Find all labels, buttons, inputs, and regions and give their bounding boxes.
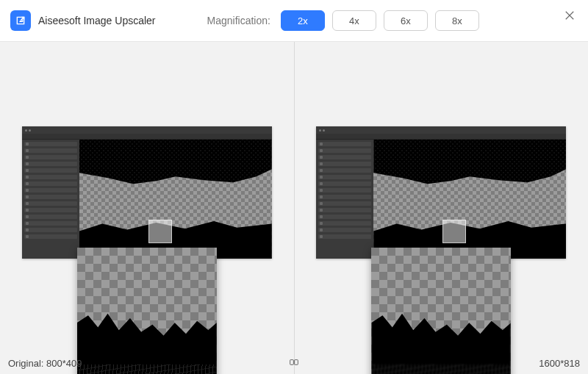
original-panel: [0, 42, 294, 374]
crop-selection-box[interactable]: [149, 220, 171, 242]
app-logo: [10, 10, 31, 31]
upscaled-dimensions-label: 1600*818: [534, 356, 584, 370]
comparison-area: Original: 800*409 1600*818: [0, 41, 588, 374]
original-dimensions-label: Original: 800*409: [4, 356, 86, 370]
magnification-label: Magnification:: [207, 15, 270, 26]
magnification-8x-button[interactable]: 8x: [435, 10, 479, 31]
magnification-4x-button[interactable]: 4x: [332, 10, 376, 31]
upscale-logo-icon: [15, 15, 26, 26]
close-icon: [563, 9, 576, 22]
header-bar: Aiseesoft Image Upscaler Magnification: …: [0, 0, 588, 41]
upscaled-thumbnail[interactable]: [316, 126, 566, 259]
app-title: Aiseesoft Image Upscaler: [38, 15, 156, 26]
close-button[interactable]: [559, 4, 581, 26]
link-panels-icon: [288, 356, 300, 368]
original-thumbnail[interactable]: [22, 126, 272, 259]
original-zoom-preview[interactable]: [77, 248, 217, 374]
crop-selection-box[interactable]: [443, 220, 465, 242]
svg-rect-1: [295, 360, 298, 365]
magnification-2x-button[interactable]: 2x: [281, 10, 325, 31]
upscaled-zoom-preview[interactable]: [371, 248, 511, 374]
upscaled-panel: [295, 42, 589, 374]
svg-rect-0: [290, 360, 294, 365]
magnification-6x-button[interactable]: 6x: [384, 10, 428, 31]
magnification-buttons: 2x 4x 6x 8x: [281, 10, 479, 31]
link-panels-toggle[interactable]: [285, 355, 303, 370]
